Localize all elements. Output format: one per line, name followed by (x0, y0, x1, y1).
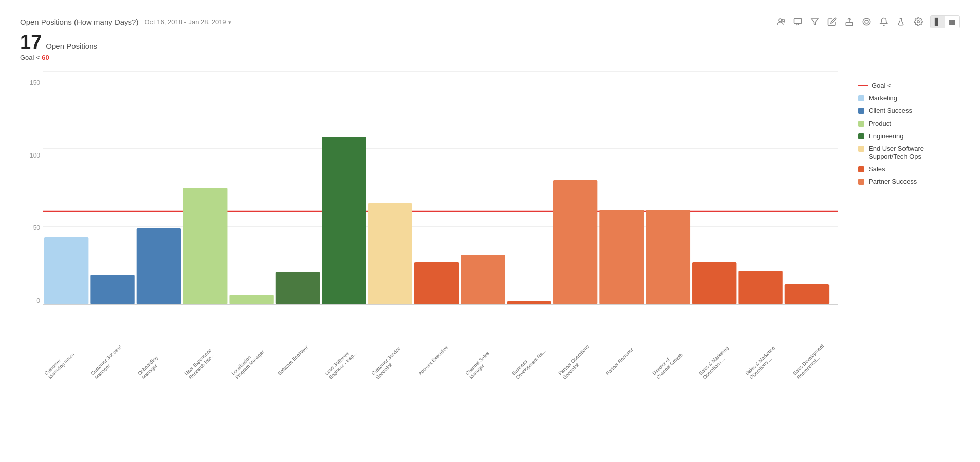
svg-point-7 (917, 21, 920, 23)
bar-chart-view-button[interactable]: ▋ (931, 16, 945, 28)
y-label-0: 0 (36, 297, 40, 304)
edit-icon[interactable] (827, 17, 837, 27)
page: Open Positions (How many Days?) Oct 16, … (0, 0, 980, 449)
y-label-50: 50 (33, 224, 40, 232)
bar-0[interactable] (44, 237, 88, 304)
legend-item-product: Product (858, 120, 960, 127)
chart-title: Open Positions (How many Days?) (20, 18, 138, 26)
svg-rect-2 (794, 18, 802, 24)
legend-item-end-user: End User SoftwareSupport/Tech Ops (858, 145, 960, 160)
svg-point-1 (782, 19, 785, 22)
legend-dot-end-user (858, 146, 864, 152)
y-label-100: 100 (30, 152, 40, 159)
legend-item-engineering: Engineering (858, 132, 960, 140)
svg-rect-4 (846, 23, 853, 26)
stat-row: 17 Open Positions (20, 32, 960, 52)
chart-area: 150 100 50 0 (20, 71, 838, 434)
svg-point-0 (779, 19, 782, 22)
svg-point-6 (865, 20, 868, 23)
legend-item-goal: Goal < (858, 82, 960, 89)
legend-label-product: Product (869, 120, 891, 127)
bar-16[interactable] (785, 284, 829, 304)
export-icon[interactable] (844, 17, 854, 27)
date-range[interactable]: Oct 16, 2018 - Jan 28, 2019 (144, 18, 231, 26)
goal-label: Goal < (20, 54, 40, 61)
x-axis-labels: CustomerMarketing Intern Customer Succes… (43, 367, 838, 434)
legend-label-marketing: Marketing (869, 94, 897, 102)
legend-item-client-success: Client Success (858, 107, 960, 114)
bar-10[interactable] (507, 301, 551, 304)
toolbar-icons: ▋ ▦ (775, 15, 960, 28)
legend-label-end-user: End User SoftwareSupport/Tech Ops (869, 145, 924, 160)
svg-marker-3 (811, 19, 818, 25)
bar-6[interactable] (322, 137, 366, 304)
flask-icon[interactable] (896, 17, 906, 27)
donut-icon[interactable] (861, 17, 872, 27)
bar-3[interactable] (183, 188, 227, 304)
goal-value: 60 (42, 54, 49, 61)
legend-dot-product (858, 121, 864, 127)
header-row: Open Positions (How many Days?) Oct 16, … (20, 15, 960, 28)
bar-8[interactable] (414, 262, 459, 304)
chart-container: 150 100 50 0 (20, 71, 960, 434)
legend-goal-line (858, 85, 868, 86)
bar-15[interactable] (738, 271, 782, 304)
bar-13[interactable] (646, 210, 690, 304)
title-section: Open Positions (How many Days?) Oct 16, … (20, 18, 231, 26)
legend-label-engineering: Engineering (869, 132, 903, 140)
bar-9[interactable] (461, 255, 505, 304)
bell-icon[interactable] (879, 17, 889, 27)
legend-dot-client-success (858, 108, 864, 114)
legend-item-sales: Sales (858, 165, 960, 173)
y-label-150: 150 (30, 79, 40, 86)
bar-5[interactable] (276, 272, 320, 304)
legend-dot-sales (858, 166, 864, 172)
legend-dot-marketing (858, 95, 864, 101)
open-positions-count: 17 (20, 32, 42, 52)
legend-label-client-success: Client Success (869, 107, 912, 114)
legend-dot-partner-success (858, 179, 864, 185)
bar-4[interactable] (229, 295, 273, 304)
bar-7[interactable] (368, 203, 412, 304)
table-view-button[interactable]: ▦ (945, 16, 959, 28)
legend: Goal < Marketing Client Success Product … (848, 71, 960, 434)
view-toggle: ▋ ▦ (930, 15, 960, 28)
svg-point-5 (863, 18, 870, 25)
bar-1[interactable] (90, 275, 134, 304)
settings-icon[interactable] (913, 17, 923, 27)
bar-12[interactable] (599, 210, 644, 304)
legend-item-marketing: Marketing (858, 94, 960, 102)
comment-icon[interactable] (793, 17, 803, 27)
bar-14[interactable] (692, 262, 736, 304)
goal-row: Goal < 60 (20, 54, 960, 61)
bar-11[interactable] (553, 180, 597, 304)
bar-2[interactable] (137, 228, 181, 304)
chart-svg (43, 71, 838, 365)
person-icon[interactable] (775, 17, 785, 27)
legend-item-partner-success: Partner Success (858, 178, 960, 185)
legend-label-partner-success: Partner Success (869, 178, 917, 185)
open-positions-label: Open Positions (46, 42, 97, 50)
legend-label-goal: Goal < (872, 82, 891, 89)
legend-label-sales: Sales (869, 165, 885, 173)
filter-icon[interactable] (810, 17, 820, 27)
legend-dot-engineering (858, 133, 864, 139)
